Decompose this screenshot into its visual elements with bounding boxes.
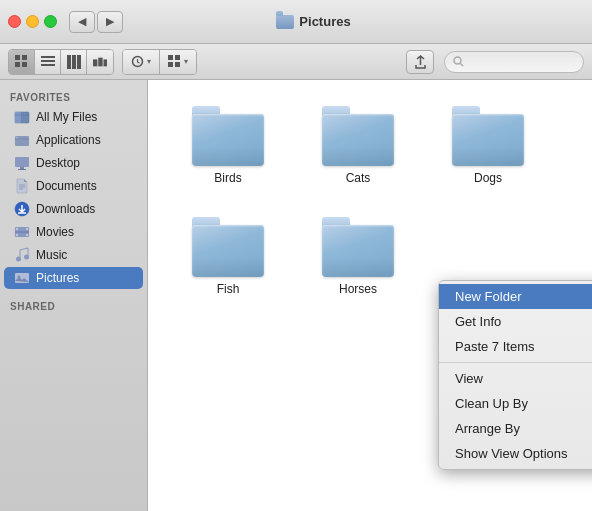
- main-area: FAVORITES All My Files Applications: [0, 80, 592, 511]
- maximize-button[interactable]: [44, 15, 57, 28]
- desktop-icon: [14, 155, 30, 171]
- svg-rect-5: [41, 60, 55, 62]
- svg-rect-3: [22, 62, 27, 67]
- downloads-icon: [14, 201, 30, 217]
- menu-item-clean-up-by[interactable]: Clean Up By ▶: [439, 391, 592, 416]
- svg-rect-15: [175, 55, 180, 60]
- folder-item-cats[interactable]: Cats: [298, 100, 418, 191]
- shared-label: SHARED: [0, 297, 147, 314]
- view-columns-button[interactable]: [61, 50, 87, 74]
- sidebar-item-label: Applications: [36, 133, 101, 147]
- content-area[interactable]: Birds Cats Dogs: [148, 80, 592, 511]
- action-group: ▾ ▾: [122, 49, 197, 75]
- sidebar-item-desktop[interactable]: Desktop: [4, 152, 143, 174]
- folder-name-birds: Birds: [214, 171, 241, 185]
- folder-item-dogs[interactable]: Dogs: [428, 100, 548, 191]
- svg-rect-1: [22, 55, 27, 60]
- svg-rect-11: [98, 57, 102, 66]
- folder-icon-fish: [192, 217, 264, 277]
- view-icon-button[interactable]: [9, 50, 35, 74]
- back-button[interactable]: ◀: [69, 11, 95, 33]
- close-button[interactable]: [8, 15, 21, 28]
- minimize-button[interactable]: [26, 15, 39, 28]
- svg-rect-21: [15, 112, 21, 123]
- svg-line-19: [461, 64, 464, 67]
- folder-item-fish[interactable]: Fish: [168, 211, 288, 302]
- sidebar-item-applications[interactable]: Applications: [4, 129, 143, 151]
- forward-button[interactable]: ▶: [97, 11, 123, 33]
- window-title: Pictures: [129, 14, 498, 29]
- sidebar-item-label: Pictures: [36, 271, 79, 285]
- context-menu: New Folder Get Info Paste 7 Items View ▶…: [438, 280, 592, 470]
- applications-icon: [14, 132, 30, 148]
- folder-name-horses: Horses: [339, 282, 377, 296]
- sidebar-item-label: Downloads: [36, 202, 95, 216]
- menu-item-new-folder[interactable]: New Folder: [439, 284, 592, 309]
- sidebar-item-label: Movies: [36, 225, 74, 239]
- folder-name-dogs: Dogs: [474, 171, 502, 185]
- title-bar: ◀ ▶ Pictures: [0, 0, 592, 44]
- sidebar-item-pictures[interactable]: Pictures: [4, 267, 143, 289]
- action-button[interactable]: ▾: [123, 50, 160, 74]
- navigation-buttons: ◀ ▶: [69, 11, 123, 33]
- svg-point-37: [26, 234, 28, 236]
- share-button[interactable]: [406, 50, 434, 74]
- favorites-label: FAVORITES: [0, 88, 147, 105]
- traffic-lights: [8, 15, 57, 28]
- folder-name-cats: Cats: [346, 171, 371, 185]
- view-mode-group: [8, 49, 114, 75]
- svg-rect-6: [41, 64, 55, 66]
- sidebar-item-music[interactable]: Music: [4, 244, 143, 266]
- svg-rect-9: [77, 55, 81, 69]
- folder-name-fish: Fish: [217, 282, 240, 296]
- svg-rect-17: [175, 62, 180, 67]
- menu-item-show-view-options[interactable]: Show View Options: [439, 441, 592, 466]
- svg-rect-12: [104, 59, 108, 66]
- menu-item-paste-items[interactable]: Paste 7 Items: [439, 334, 592, 359]
- svg-rect-4: [41, 56, 55, 58]
- pictures-icon: [14, 270, 30, 286]
- documents-icon: [14, 178, 30, 194]
- view-coverflow-button[interactable]: [87, 50, 113, 74]
- menu-item-view[interactable]: View ▶: [439, 366, 592, 391]
- menu-separator-1: [439, 362, 592, 363]
- svg-point-39: [16, 257, 21, 262]
- svg-point-18: [454, 57, 461, 64]
- svg-point-24: [16, 137, 18, 139]
- svg-point-40: [24, 255, 29, 260]
- all-my-files-icon: [14, 109, 30, 125]
- svg-point-35: [16, 234, 18, 236]
- sidebar-item-label: All My Files: [36, 110, 97, 124]
- sidebar-item-label: Documents: [36, 179, 97, 193]
- music-icon: [14, 247, 30, 263]
- svg-rect-16: [168, 62, 173, 67]
- folder-item-horses[interactable]: Horses: [298, 211, 418, 302]
- folder-grid: Birds Cats Dogs: [168, 100, 572, 302]
- sidebar-item-label: Desktop: [36, 156, 80, 170]
- folder-icon-cats: [322, 106, 394, 166]
- menu-item-arrange-by[interactable]: Arrange By ▶: [439, 416, 592, 441]
- movies-icon: [14, 224, 30, 240]
- folder-icon-horses: [322, 217, 394, 277]
- sidebar-item-downloads[interactable]: Downloads: [4, 198, 143, 220]
- sidebar: FAVORITES All My Files Applications: [0, 80, 148, 511]
- sidebar-item-documents[interactable]: Documents: [4, 175, 143, 197]
- sidebar-item-movies[interactable]: Movies: [4, 221, 143, 243]
- sidebar-item-label: Music: [36, 248, 67, 262]
- sidebar-item-all-my-files[interactable]: All My Files: [4, 106, 143, 128]
- svg-rect-25: [15, 157, 29, 167]
- folder-icon-birds: [192, 106, 264, 166]
- svg-rect-2: [15, 62, 20, 67]
- window-folder-icon: [276, 15, 294, 29]
- sort-button[interactable]: ▾: [160, 50, 196, 74]
- menu-item-get-info[interactable]: Get Info: [439, 309, 592, 334]
- folder-item-birds[interactable]: Birds: [168, 100, 288, 191]
- folder-icon-dogs: [452, 106, 524, 166]
- view-list-button[interactable]: [35, 50, 61, 74]
- svg-rect-8: [72, 55, 76, 69]
- svg-rect-7: [67, 55, 71, 69]
- svg-point-36: [26, 228, 28, 230]
- svg-rect-27: [18, 169, 26, 170]
- search-bar[interactable]: [444, 51, 584, 73]
- toolbar: ▾ ▾: [0, 44, 592, 80]
